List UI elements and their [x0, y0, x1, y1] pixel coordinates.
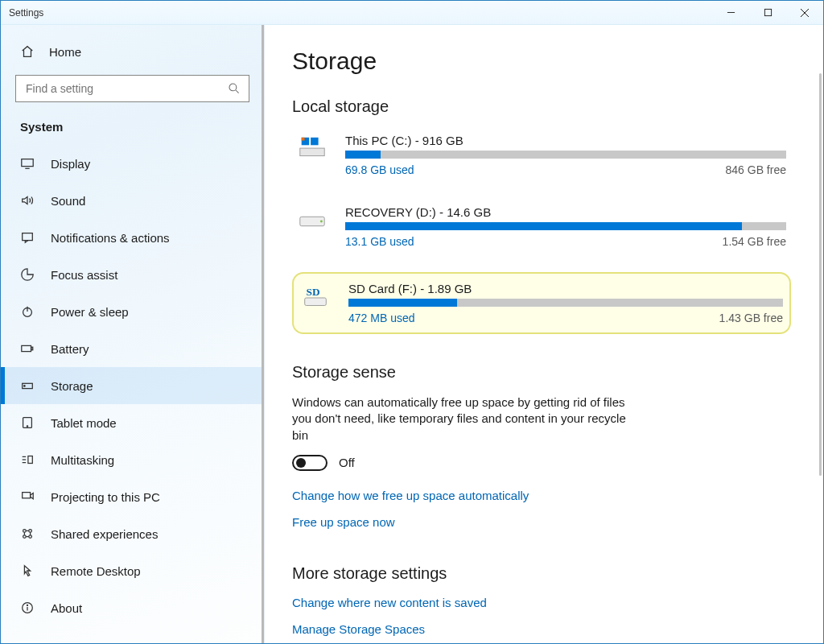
- svg-point-23: [29, 530, 32, 533]
- svg-rect-1: [764, 9, 771, 15]
- sidebar-item-remote-desktop[interactable]: Remote Desktop: [1, 552, 264, 589]
- sidebar-item-display[interactable]: Display: [1, 145, 264, 182]
- svg-rect-20: [28, 456, 32, 464]
- toggle-state-label: Off: [339, 456, 355, 469]
- svg-point-24: [23, 535, 27, 539]
- windows-drive-icon: [297, 134, 328, 161]
- sidebar-item-focus-assist[interactable]: Focus assist: [1, 256, 264, 293]
- drive-name: This PC (C:) - 916 GB: [345, 134, 786, 147]
- sidebar-item-projecting[interactable]: Projecting to this PC: [1, 478, 264, 515]
- drives-list: This PC (C:) - 916 GB 69.8 GB used 846 G…: [292, 129, 791, 334]
- sidebar-section-header: System: [1, 120, 264, 145]
- sidebar-item-label: Projecting to this PC: [51, 490, 160, 504]
- drive-name: SD Card (F:) - 1.89 GB: [348, 282, 783, 295]
- usage-bar: [348, 299, 783, 307]
- home-link[interactable]: Home: [1, 36, 264, 70]
- svg-point-22: [23, 530, 27, 533]
- more-storage-heading: More storage settings: [292, 564, 791, 583]
- svg-rect-6: [22, 159, 33, 167]
- link-change-save-location[interactable]: Change where new content is saved: [292, 596, 791, 609]
- svg-point-14: [24, 386, 25, 386]
- svg-point-38: [320, 220, 323, 222]
- usage-bar: [345, 151, 786, 159]
- svg-point-25: [29, 535, 32, 539]
- local-storage-heading: Local storage: [292, 97, 791, 116]
- notifications-icon: [20, 230, 35, 245]
- sidebar-item-label: Tablet mode: [51, 416, 117, 430]
- sidebar-item-label: About: [51, 601, 82, 615]
- sidebar-item-label: Battery: [51, 342, 89, 356]
- main-scrollbar[interactable]: [819, 73, 822, 476]
- svg-line-5: [236, 90, 239, 93]
- sidebar-item-label: Storage: [51, 379, 93, 393]
- sidebar-item-notifications[interactable]: Notifications & actions: [1, 219, 264, 256]
- svg-rect-39: [305, 298, 327, 305]
- sidebar-item-label: Multitasking: [51, 453, 114, 467]
- settings-window: Settings Home System: [0, 0, 824, 644]
- sidebar-item-label: Sound: [51, 194, 85, 208]
- close-button[interactable]: [786, 1, 823, 25]
- sidebar-item-shared-experiences[interactable]: Shared experiences: [1, 515, 264, 552]
- drive-name: RECOVERY (D:) - 14.6 GB: [345, 205, 786, 219]
- sidebar-item-label: Shared experiences: [51, 527, 158, 541]
- home-icon: [20, 44, 35, 59]
- svg-rect-35: [311, 138, 318, 145]
- drive-used: 472 MB used: [348, 312, 415, 324]
- svg-text:SD: SD: [307, 286, 320, 298]
- storage-sense-heading: Storage sense: [292, 363, 791, 382]
- search-input[interactable]: [24, 81, 228, 96]
- drive-free: 846 GB free: [726, 163, 787, 176]
- svg-rect-11: [22, 345, 31, 351]
- sidebar-item-label: Focus assist: [51, 268, 117, 282]
- storage-sense-description: Windows can automatically free up space …: [292, 394, 638, 444]
- drive-d[interactable]: RECOVERY (D:) - 14.6 GB 13.1 GB used 1.5…: [292, 200, 791, 253]
- sidebar-scrollbar[interactable]: [262, 25, 264, 643]
- link-free-now[interactable]: Free up space now: [292, 515, 791, 529]
- storage-sense-toggle[interactable]: [292, 455, 328, 471]
- projecting-icon: [20, 489, 35, 504]
- link-change-auto[interactable]: Change how we free up space automaticall…: [292, 489, 791, 502]
- search-icon: [228, 82, 241, 95]
- page-title: Storage: [292, 47, 791, 75]
- window-title: Settings: [9, 7, 43, 19]
- sd-card-icon: SD: [300, 282, 331, 309]
- sound-icon: [20, 193, 35, 208]
- svg-rect-8: [23, 233, 33, 241]
- display-icon: [20, 156, 35, 171]
- sidebar-item-tablet-mode[interactable]: Tablet mode: [1, 404, 264, 441]
- drive-used: 13.1 GB used: [345, 235, 414, 248]
- search-box[interactable]: [15, 75, 249, 102]
- sidebar-item-storage[interactable]: Storage: [1, 367, 264, 404]
- minimize-button[interactable]: [712, 1, 749, 25]
- sidebar-item-multitasking[interactable]: Multitasking: [1, 441, 264, 478]
- drive-free: 1.43 GB free: [719, 312, 783, 324]
- battery-icon: [20, 341, 35, 356]
- sidebar-item-label: Power & sleep: [51, 305, 129, 319]
- main-content: Storage Local storage This PC (C:) - 916…: [265, 25, 823, 643]
- svg-point-32: [27, 605, 27, 605]
- maximize-button[interactable]: [749, 1, 786, 25]
- svg-rect-21: [23, 493, 31, 498]
- link-manage-storage-spaces[interactable]: Manage Storage Spaces: [292, 622, 791, 636]
- sidebar-item-about[interactable]: About: [1, 589, 264, 626]
- drive-free: 1.54 GB free: [723, 235, 786, 248]
- hdd-icon: [297, 205, 328, 233]
- focus-assist-icon: [20, 267, 35, 282]
- svg-rect-12: [31, 347, 33, 350]
- svg-rect-33: [300, 148, 324, 155]
- usage-bar: [345, 222, 786, 230]
- sidebar-item-label: Notifications & actions: [51, 231, 170, 245]
- storage-icon: [20, 378, 35, 393]
- sidebar-item-label: Remote Desktop: [51, 564, 141, 578]
- sidebar-item-sound[interactable]: Sound: [1, 182, 264, 219]
- sidebar-nav: Display Sound Notifications & actions Fo…: [1, 145, 264, 626]
- sidebar-item-power-sleep[interactable]: Power & sleep: [1, 293, 264, 330]
- sidebar: Home System Display Sound Notifica: [1, 25, 265, 643]
- sidebar-item-label: Display: [51, 157, 90, 171]
- drive-c[interactable]: This PC (C:) - 916 GB 69.8 GB used 846 G…: [292, 129, 791, 181]
- tablet-mode-icon: [20, 415, 35, 430]
- home-label: Home: [49, 45, 81, 59]
- power-icon: [20, 304, 35, 319]
- drive-f[interactable]: SD SD Card (F:) - 1.89 GB 472 MB used 1.…: [292, 272, 791, 334]
- sidebar-item-battery[interactable]: Battery: [1, 330, 264, 367]
